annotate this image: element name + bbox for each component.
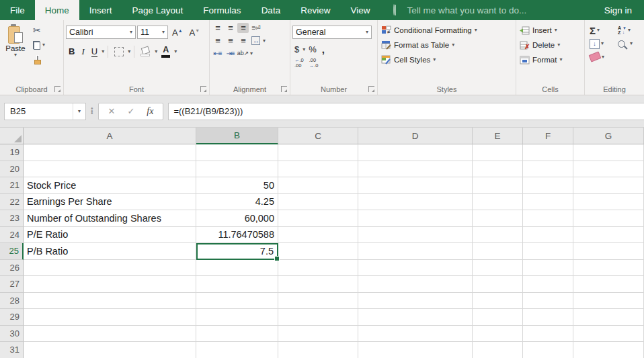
row-header-22[interactable]: 22: [0, 194, 24, 211]
column-header-C[interactable]: C: [278, 128, 358, 144]
cell-A26[interactable]: [24, 260, 196, 277]
cell-C26[interactable]: [278, 260, 358, 277]
font-color-button[interactable]: A: [159, 45, 173, 58]
cell-D31[interactable]: [358, 342, 473, 358]
column-header-E[interactable]: E: [473, 128, 523, 144]
cell-E29[interactable]: [473, 309, 523, 326]
cell-D20[interactable]: [358, 161, 473, 178]
underline-button[interactable]: U: [89, 46, 100, 58]
row-header-28[interactable]: 28: [0, 293, 24, 310]
cell-G24[interactable]: [573, 227, 644, 244]
cell-A30[interactable]: [24, 326, 196, 343]
format-painter-button[interactable]: [32, 54, 46, 66]
cell-A31[interactable]: [24, 342, 196, 358]
column-header-G[interactable]: G: [573, 128, 644, 144]
cell-F30[interactable]: [523, 326, 573, 343]
row-header-30[interactable]: 30: [0, 326, 24, 343]
enter-button[interactable]: ✓: [127, 106, 134, 116]
decrease-indent-button[interactable]: ⇤≡: [212, 48, 223, 58]
formula-input[interactable]: =((B21/(B9/B23))): [168, 103, 644, 120]
cell-F28[interactable]: [523, 293, 573, 310]
row-header-25[interactable]: 25: [0, 243, 24, 260]
cell-E27[interactable]: [473, 276, 523, 293]
fill-button[interactable]: ↓▾: [590, 38, 614, 50]
accounting-format-button[interactable]: $: [292, 44, 301, 54]
cell-E25[interactable]: [473, 243, 523, 260]
cell-F21[interactable]: [523, 177, 573, 194]
cell-F19[interactable]: [523, 144, 573, 161]
tab-insert[interactable]: Insert: [79, 0, 122, 20]
select-all-button[interactable]: [0, 128, 24, 144]
row-header-26[interactable]: 26: [0, 260, 24, 277]
paste-button[interactable]: Paste ▾: [2, 23, 29, 66]
tab-review[interactable]: Review: [290, 0, 340, 20]
cell-G28[interactable]: [573, 293, 644, 310]
cell-B26[interactable]: [196, 260, 278, 277]
orientation-button[interactable]: ab↗: [237, 48, 249, 58]
tab-formulas[interactable]: Formulas: [193, 0, 251, 20]
center-button[interactable]: ≡: [225, 36, 236, 46]
middle-align-button[interactable]: ≡: [225, 23, 236, 33]
row-header-21[interactable]: 21: [0, 177, 24, 194]
decrease-font-size-button[interactable]: A▼: [187, 28, 203, 38]
format-cells-button[interactable]: Format ▾: [518, 52, 582, 67]
cell-B29[interactable]: [196, 309, 278, 326]
format-as-table-button[interactable]: Format as Table ▾: [380, 38, 514, 52]
increase-font-size-button[interactable]: A▲: [169, 28, 186, 38]
cell-D19[interactable]: [358, 144, 473, 161]
cell-D29[interactable]: [358, 309, 473, 326]
cancel-button[interactable]: ✕: [108, 106, 116, 116]
cell-F23[interactable]: [523, 210, 573, 227]
increase-decimal-button[interactable]: ←.0.00: [292, 57, 306, 70]
row-header-31[interactable]: 31: [0, 342, 24, 358]
cell-G25[interactable]: [573, 243, 644, 260]
cell-D24[interactable]: [358, 227, 473, 244]
cell-E22[interactable]: [473, 194, 523, 211]
cell-F25[interactable]: [523, 243, 573, 260]
cell-A27[interactable]: [24, 276, 196, 293]
row-header-29[interactable]: 29: [0, 309, 24, 326]
row-header-19[interactable]: 19: [0, 144, 24, 161]
column-header-D[interactable]: D: [358, 128, 473, 144]
cell-C28[interactable]: [278, 293, 358, 310]
insert-cells-button[interactable]: Insert ▾: [518, 23, 582, 38]
cell-A28[interactable]: [24, 293, 196, 310]
cell-C25[interactable]: [278, 243, 358, 260]
cell-B22[interactable]: 4.25: [196, 194, 278, 211]
clear-button[interactable]: ▾: [590, 51, 614, 63]
top-align-button[interactable]: ≡: [212, 23, 223, 33]
borders-button[interactable]: [112, 46, 126, 57]
cell-D30[interactable]: [358, 326, 473, 343]
cell-E21[interactable]: [473, 177, 523, 194]
cell-E31[interactable]: [473, 342, 523, 358]
cell-F26[interactable]: [523, 260, 573, 277]
italic-button[interactable]: I: [79, 46, 87, 58]
cut-button[interactable]: ✂: [32, 24, 46, 36]
cell-E19[interactable]: [473, 144, 523, 161]
fill-handle[interactable]: [274, 256, 280, 261]
cell-D23[interactable]: [358, 210, 473, 227]
cell-B28[interactable]: [196, 293, 278, 310]
tab-home[interactable]: Home: [35, 0, 79, 20]
cell-F24[interactable]: [523, 227, 573, 244]
comma-style-button[interactable]: ,: [320, 44, 327, 55]
cell-styles-button[interactable]: Cell Styles ▾: [380, 52, 514, 67]
tab-file[interactable]: File: [0, 0, 35, 20]
cell-D21[interactable]: [358, 177, 473, 194]
decrease-decimal-button[interactable]: .00→.0: [307, 57, 321, 70]
bold-button[interactable]: B: [66, 46, 77, 57]
tab-page-layout[interactable]: Page Layout: [122, 0, 194, 20]
cell-G19[interactable]: [573, 144, 644, 161]
cell-G31[interactable]: [573, 342, 644, 358]
tab-data[interactable]: Data: [251, 0, 291, 20]
cell-A19[interactable]: [24, 144, 196, 161]
font-size-combobox[interactable]: 11▾: [137, 26, 168, 39]
cell-A20[interactable]: [24, 161, 196, 178]
cell-C30[interactable]: [278, 326, 358, 343]
cell-C22[interactable]: [278, 194, 358, 211]
cell-E24[interactable]: [473, 227, 523, 244]
align-left-button[interactable]: ≡: [212, 36, 223, 46]
cell-A22[interactable]: Earnings Per Share: [24, 194, 196, 211]
cell-G29[interactable]: [573, 309, 644, 326]
cell-G30[interactable]: [573, 326, 644, 343]
